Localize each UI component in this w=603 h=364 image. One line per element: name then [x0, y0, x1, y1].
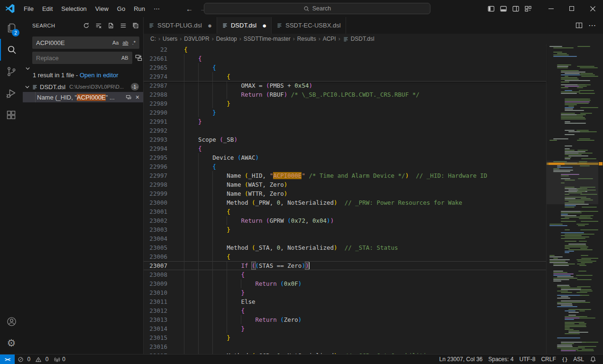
- code-line-22988[interactable]: 22988 Return (RBUF) /* \_SB_.PCI0.LPCB.C…: [144, 90, 546, 99]
- code-line-23015[interactable]: 23015 }: [144, 333, 546, 342]
- breadcrumb-item[interactable]: ACPI: [323, 36, 336, 42]
- line-number[interactable]: 23009: [144, 279, 167, 288]
- ports-status[interactable]: 0: [51, 355, 68, 364]
- regex-icon[interactable]: .*: [130, 39, 137, 46]
- line-number[interactable]: 22661: [144, 54, 167, 63]
- menu-file[interactable]: File: [19, 3, 38, 14]
- editor-more-actions[interactable]: ⋯: [588, 21, 596, 30]
- code-line-23003[interactable]: 23003 }: [144, 225, 546, 234]
- line-number[interactable]: 23016: [144, 342, 167, 351]
- menu-run[interactable]: Run: [129, 3, 149, 14]
- line-number[interactable]: 22992: [144, 126, 167, 135]
- settings-button[interactable]: ⚙: [0, 332, 23, 354]
- close-window-button[interactable]: [582, 0, 603, 17]
- line-number[interactable]: 23001: [144, 207, 167, 216]
- tab-SSDT-EC-USBX.dsl[interactable]: SSDT-EC-USBX.dsl: [272, 17, 346, 34]
- tab-DSDT.dsl[interactable]: DSDT.dsl●: [217, 17, 272, 34]
- code-line-22993[interactable]: 22993 Scope (_SB): [144, 135, 546, 144]
- code-line-23007[interactable]: 23007 If ((STAS == Zero)): [144, 261, 546, 270]
- eol-status[interactable]: CRLF: [538, 356, 558, 363]
- code-line-23004[interactable]: 23004: [144, 234, 546, 243]
- replace-match-icon[interactable]: [126, 94, 132, 100]
- menu-edit[interactable]: Edit: [38, 3, 57, 14]
- line-number[interactable]: 22999: [144, 189, 167, 198]
- sidebar-item-source-control[interactable]: [0, 61, 23, 82]
- replace-input[interactable]: [36, 55, 119, 62]
- command-center-search[interactable]: Search: [204, 3, 430, 14]
- sidebar-item-search[interactable]: [0, 39, 23, 61]
- nav-back-icon[interactable]: ←: [186, 5, 193, 13]
- line-number[interactable]: 22988: [144, 90, 167, 99]
- code-line-23011[interactable]: 23011 Else: [144, 297, 546, 306]
- line-number[interactable]: 23010: [144, 288, 167, 297]
- toggle-replace-chevron-icon[interactable]: [24, 64, 31, 72]
- line-number[interactable]: 22996: [144, 162, 167, 171]
- dirty-dot-icon[interactable]: ●: [262, 22, 266, 29]
- open-in-editor-link[interactable]: Open in editor: [80, 72, 119, 79]
- toggle-search-details[interactable]: ⋯: [132, 83, 138, 91]
- code-line-22998[interactable]: 22998 Name (WAST, Zero): [144, 180, 546, 189]
- notifications-bell[interactable]: [587, 356, 599, 363]
- menu-selection[interactable]: Selection: [57, 3, 91, 14]
- line-number[interactable]: 22991: [144, 117, 167, 126]
- line-number[interactable]: 23015: [144, 333, 167, 342]
- code-line-22994[interactable]: 22994 {: [144, 144, 546, 153]
- refresh-icon[interactable]: [82, 21, 90, 29]
- indentation-status[interactable]: Spaces: 4: [485, 356, 516, 363]
- line-number[interactable]: 23004: [144, 234, 167, 243]
- menu-view[interactable]: View: [91, 3, 113, 14]
- breadcrumb-item[interactable]: D3VL0PR: [184, 36, 209, 42]
- line-number[interactable]: 22993: [144, 135, 167, 144]
- sidebar-item-run-debug[interactable]: [0, 82, 23, 104]
- code-line-22997[interactable]: 22997 Name (_HID, "ACPI000E" /* Time and…: [144, 171, 546, 180]
- breadcrumb-item[interactable]: C:: [150, 36, 156, 42]
- tab-SSDT-PLUG.dsl[interactable]: SSDT-PLUG.dsl●: [144, 17, 217, 34]
- code-line-22965[interactable]: 22965 {: [144, 63, 546, 72]
- whole-word-icon[interactable]: ab: [120, 39, 130, 46]
- code-line-22974[interactable]: 22974 {: [144, 72, 546, 81]
- language-mode[interactable]: {} ASL: [559, 356, 587, 363]
- line-number[interactable]: 22: [144, 45, 167, 54]
- line-number[interactable]: 22987: [144, 81, 167, 90]
- code-line-23002[interactable]: 23002 Return (GPRW (0x72, 0x04)): [144, 216, 546, 225]
- minimap-slider[interactable]: [547, 161, 598, 204]
- customize-layout-icon[interactable]: [524, 5, 532, 12]
- toggle-secondary-sidebar-icon[interactable]: [512, 5, 520, 12]
- breadcrumb-item[interactable]: DSDT.dsl: [343, 36, 375, 42]
- breadcrumb-item[interactable]: Results: [297, 36, 316, 42]
- code-line-23009[interactable]: 23009 Return (0x0F): [144, 279, 546, 288]
- code-line-23017[interactable]: 23017 Method (_GCP, 0, NotSerialized) //…: [144, 351, 546, 354]
- code-line-23000[interactable]: 23000 Method (_PRW, 0, NotSerialized) //…: [144, 198, 546, 207]
- dismiss-match-icon[interactable]: ×: [136, 93, 139, 101]
- line-number[interactable]: 22998: [144, 180, 167, 189]
- line-number[interactable]: 23017: [144, 351, 167, 354]
- line-number[interactable]: 23012: [144, 306, 167, 315]
- code-line-23013[interactable]: 23013 Return (Zero): [144, 315, 546, 324]
- menu-go[interactable]: Go: [113, 3, 129, 14]
- line-number[interactable]: 22974: [144, 72, 167, 81]
- line-number[interactable]: 22965: [144, 63, 167, 72]
- line-number[interactable]: 23000: [144, 198, 167, 207]
- match-case-icon[interactable]: Aa: [110, 39, 120, 46]
- code-line-22[interactable]: 22{: [144, 45, 546, 54]
- result-match-row[interactable]: Name (_HID, "ACPI000E" ... ×: [23, 92, 143, 102]
- sidebar-item-explorer[interactable]: 2: [0, 17, 23, 39]
- code-line-22990[interactable]: 22990 }: [144, 108, 546, 117]
- line-number[interactable]: 23003: [144, 225, 167, 234]
- toggle-primary-sidebar-icon[interactable]: [487, 5, 495, 12]
- breadcrumb-item[interactable]: Users: [163, 36, 177, 42]
- sidebar-item-extensions[interactable]: [0, 104, 23, 126]
- maximize-button[interactable]: [561, 0, 582, 17]
- collapse-all-icon[interactable]: [131, 21, 139, 29]
- code-line-23012[interactable]: 23012 {: [144, 306, 546, 315]
- cursor-position[interactable]: Ln 23007, Col 36: [437, 356, 485, 363]
- code-line-23010[interactable]: 23010 }: [144, 288, 546, 297]
- code-line-23001[interactable]: 23001 {: [144, 207, 546, 216]
- split-editor-icon[interactable]: [576, 22, 583, 29]
- minimap[interactable]: [546, 44, 603, 354]
- line-number[interactable]: 22997: [144, 171, 167, 180]
- code-line-23016[interactable]: 23016: [144, 342, 546, 351]
- clear-search-results-icon[interactable]: [94, 21, 102, 29]
- line-number[interactable]: 23006: [144, 252, 167, 261]
- menu-more[interactable]: ⋯: [149, 3, 164, 14]
